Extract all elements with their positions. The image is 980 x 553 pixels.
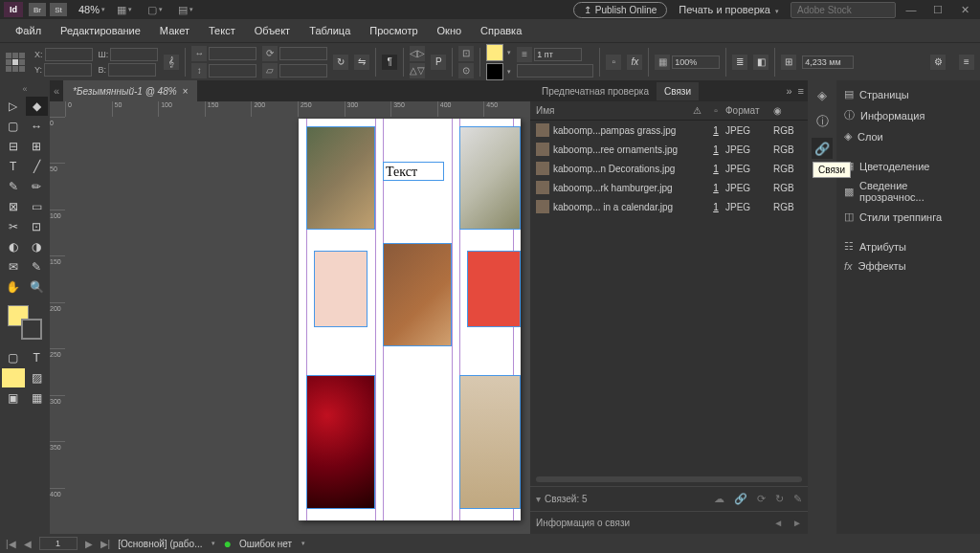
maximize-button[interactable]: ☐ bbox=[926, 2, 949, 17]
first-page-icon[interactable]: |◀ bbox=[6, 539, 16, 549]
line-tool[interactable]: ╱ bbox=[26, 157, 49, 176]
scrollbar[interactable] bbox=[536, 476, 802, 482]
chevron-down-icon[interactable]: ▾ bbox=[101, 6, 105, 13]
doc-tab-close-icon[interactable]: × bbox=[183, 86, 189, 97]
page[interactable]: Текст bbox=[299, 119, 521, 520]
scissors-tool[interactable]: ✂ bbox=[2, 217, 25, 236]
zoom-level[interactable]: 48% bbox=[78, 4, 100, 15]
page-tool[interactable]: ▢ bbox=[2, 117, 25, 136]
rect-frame[interactable] bbox=[314, 251, 368, 327]
prev-page-icon[interactable]: ◀ bbox=[24, 539, 32, 549]
arrange-icon[interactable]: ▤▾ bbox=[174, 2, 197, 17]
menu-view[interactable]: Просмотр bbox=[360, 21, 427, 40]
link-row[interactable]: kaboomp... in a calendar.jpg1JPEGRGB bbox=[530, 197, 808, 216]
ref-point-icon[interactable] bbox=[6, 53, 25, 72]
x-input[interactable] bbox=[45, 48, 93, 61]
apply-none-icon[interactable]: ▨ bbox=[26, 368, 49, 387]
h-input[interactable] bbox=[108, 63, 156, 77]
update-link-icon[interactable]: ↻ bbox=[775, 493, 784, 505]
col-colorspace-icon[interactable]: ◉ bbox=[773, 105, 802, 116]
link-page[interactable]: 1 bbox=[706, 125, 725, 136]
fit-icon[interactable]: ⊞ bbox=[781, 55, 796, 70]
panel-collapse-icon[interactable]: » bbox=[786, 85, 791, 97]
stroke-weight-input[interactable] bbox=[534, 48, 582, 61]
menu-table[interactable]: Таблица bbox=[300, 21, 360, 40]
stroke-swatch[interactable] bbox=[486, 63, 503, 80]
link-row[interactable]: kaboomp...rk hamburger.jpg1JPEGRGB bbox=[530, 178, 808, 197]
zoom-tool[interactable]: 🔍 bbox=[26, 277, 49, 297]
text-wrap-icon[interactable]: ≣ bbox=[732, 55, 747, 70]
rect-tool[interactable]: ▭ bbox=[26, 197, 49, 216]
col-name[interactable]: Имя bbox=[536, 105, 687, 116]
print-check-menu[interactable]: Печать и проверка ▾ bbox=[679, 4, 779, 15]
link-row[interactable]: kaboomp...n Decorations.jpg1JPEGRGB bbox=[530, 159, 808, 178]
effects-icon[interactable]: ▫ bbox=[606, 55, 621, 70]
dock-effects[interactable]: fxЭффекты bbox=[836, 256, 980, 276]
opacity-input[interactable] bbox=[672, 55, 720, 69]
goto-link-icon[interactable]: ⟳ bbox=[757, 493, 766, 505]
panel-menu-icon[interactable]: ≡ bbox=[959, 55, 974, 70]
link-page[interactable]: 1 bbox=[706, 202, 725, 212]
pencil-tool[interactable]: ✏ bbox=[26, 177, 49, 196]
tab-preflight[interactable]: Предпечатная проверка bbox=[534, 82, 657, 100]
dim-input[interactable] bbox=[802, 55, 854, 69]
text-frame[interactable]: Текст bbox=[383, 162, 444, 181]
scale-x-input[interactable] bbox=[209, 47, 256, 60]
direct-selection-tool[interactable]: ◆ bbox=[26, 97, 49, 116]
scale-y-input[interactable] bbox=[209, 64, 256, 77]
relink-cc-icon[interactable]: ☁ bbox=[714, 493, 724, 505]
bridge-icon[interactable]: Br bbox=[29, 3, 46, 16]
view-options-icon[interactable]: ▦▾ bbox=[113, 2, 136, 17]
corner-icon[interactable]: ◧ bbox=[753, 55, 768, 70]
apply-color-icon[interactable] bbox=[2, 368, 25, 387]
link-page[interactable]: 1 bbox=[706, 144, 725, 155]
selection-tool[interactable]: ▷ bbox=[2, 97, 25, 116]
dock-separations[interactable]: ▦Цветоделение bbox=[836, 156, 980, 176]
errors-label[interactable]: Ошибок нет bbox=[239, 539, 292, 549]
fill-stroke-control[interactable] bbox=[8, 305, 42, 340]
w-input[interactable] bbox=[110, 48, 158, 61]
page-input[interactable] bbox=[39, 537, 78, 550]
stock-icon[interactable]: St bbox=[50, 3, 67, 16]
shear-icon[interactable]: ▱ bbox=[262, 63, 278, 78]
select-container-icon[interactable]: ⊡ bbox=[458, 46, 474, 61]
scale-y-icon[interactable]: ↕ bbox=[191, 63, 207, 78]
fx-icon[interactable]: fx bbox=[627, 55, 642, 70]
col-page-icon[interactable]: ▫ bbox=[706, 105, 725, 116]
image-frame[interactable] bbox=[306, 375, 375, 509]
search-input[interactable] bbox=[791, 2, 896, 18]
next-link-icon[interactable]: ► bbox=[792, 518, 802, 528]
rotate-input[interactable] bbox=[279, 47, 327, 60]
rect-frame[interactable] bbox=[467, 251, 521, 327]
image-frame[interactable] bbox=[459, 126, 521, 230]
image-frame[interactable] bbox=[383, 243, 452, 346]
dock-pages[interactable]: ▤Страницы bbox=[836, 84, 980, 104]
properties-icon[interactable]: ◈ bbox=[812, 84, 833, 105]
rect-frame-tool[interactable]: ⊠ bbox=[2, 197, 25, 216]
publish-online-button[interactable]: ↥ Publish Online bbox=[573, 2, 667, 18]
link-row[interactable]: kaboomp...pampas grass.jpg1JPEGRGB bbox=[530, 121, 808, 140]
dock-attributes[interactable]: ☷Атрибуты bbox=[836, 236, 980, 256]
image-frame[interactable] bbox=[306, 126, 375, 230]
link-page[interactable]: 1 bbox=[706, 164, 725, 174]
dock-flattener[interactable]: ▩Сведение прозрачнос... bbox=[836, 176, 980, 207]
menu-edit[interactable]: Редактирование bbox=[51, 21, 150, 40]
dock-layers[interactable]: ◈Слои bbox=[836, 126, 980, 146]
menu-file[interactable]: Файл bbox=[6, 21, 51, 40]
settings-icon[interactable]: ⚙ bbox=[930, 55, 946, 70]
eyedropper-tool[interactable]: ✎ bbox=[26, 257, 49, 276]
scale-x-icon[interactable]: ↔ bbox=[191, 46, 207, 61]
menu-object[interactable]: Объект bbox=[245, 21, 300, 40]
dock-info[interactable]: ⓘИнформация bbox=[836, 104, 980, 126]
content-placer-tool[interactable]: ⊞ bbox=[26, 137, 49, 156]
minimize-button[interactable]: — bbox=[900, 2, 923, 17]
free-transform-tool[interactable]: ⊡ bbox=[26, 217, 49, 236]
hand-tool[interactable]: ✋ bbox=[2, 277, 25, 297]
flip-h-icon[interactable]: ◁▷ bbox=[410, 46, 425, 61]
image-frame[interactable] bbox=[459, 375, 521, 509]
type-tool[interactable]: T bbox=[2, 157, 25, 176]
info-icon[interactable]: ⓘ bbox=[812, 111, 833, 132]
panel-menu-icon[interactable]: ≡ bbox=[798, 85, 804, 97]
gradient-feather-tool[interactable]: ◑ bbox=[26, 237, 49, 256]
links-icon[interactable]: 🔗 bbox=[812, 138, 833, 159]
